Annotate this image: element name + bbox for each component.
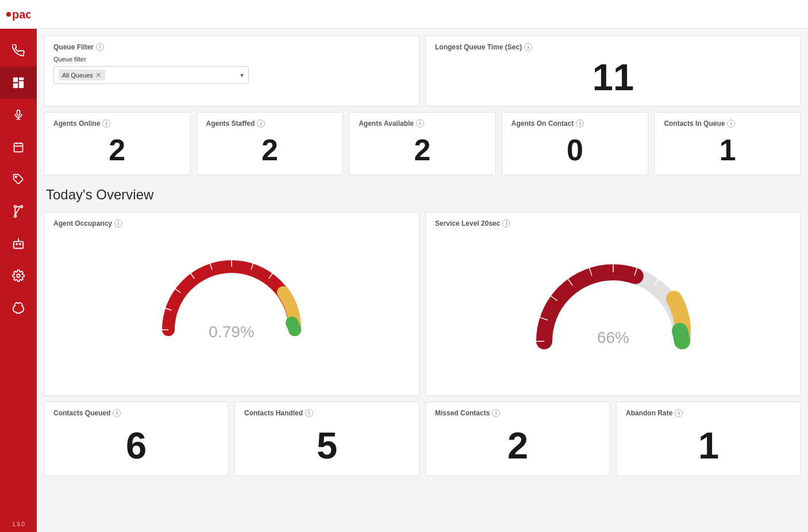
stat-title-2: Missed Contacts i xyxy=(435,409,601,417)
stat-value-3: 1 xyxy=(626,422,791,469)
agent-info-icon-4[interactable]: i xyxy=(727,119,735,128)
longest-queue-card: Longest Queue Time (Sec) i 11 xyxy=(425,36,801,106)
bottom-row: Contacts Queued i 6 Contacts Handled i 5… xyxy=(44,402,801,476)
longest-queue-title-text: Longest Queue Time (Sec) xyxy=(435,43,522,51)
stat-value-0: 6 xyxy=(53,422,219,469)
tags-icon xyxy=(12,174,25,185)
sidebar-item-settings[interactable] xyxy=(0,260,37,292)
svg-point-14 xyxy=(20,244,21,245)
svg-point-8 xyxy=(16,176,17,178)
agent-card-2: Agents Available i 2 xyxy=(349,112,496,175)
phone-icon xyxy=(12,44,25,57)
sidebar-nav xyxy=(0,29,37,521)
queue-tag: All Queues ✕ xyxy=(59,70,105,80)
sidebar-item-workflow[interactable] xyxy=(0,195,37,228)
agent-info-icon-2[interactable]: i xyxy=(416,119,424,128)
svg-rect-3 xyxy=(19,78,24,80)
agent-card-4: Contacts In Queue i 1 xyxy=(654,112,801,175)
agent-value-3: 0 xyxy=(511,132,639,168)
pace-logo-svg: pace xyxy=(6,6,30,22)
stat-info-icon-2[interactable]: i xyxy=(492,409,500,417)
calendar-icon xyxy=(13,141,24,153)
svg-rect-12 xyxy=(14,241,24,248)
sidebar-item-dashboard[interactable] xyxy=(0,67,37,99)
version-label: 1.9.0 xyxy=(12,521,25,532)
longest-queue-title: Longest Queue Time (Sec) i xyxy=(435,43,791,51)
queue-tag-text: All Queues xyxy=(62,72,93,79)
agent-info-icon-0[interactable]: i xyxy=(102,119,110,128)
queue-filter-info-icon[interactable]: i xyxy=(96,43,104,51)
occupancy-gauge-value: 0.79% xyxy=(209,323,254,341)
service-level-info-icon[interactable]: i xyxy=(502,219,510,228)
svg-rect-4 xyxy=(13,83,18,88)
logo: pace xyxy=(0,0,37,29)
logo-icon: pace xyxy=(6,6,30,22)
stat-info-icon-0[interactable]: i xyxy=(113,409,121,417)
sidebar-item-ai[interactable] xyxy=(0,292,37,324)
svg-point-10 xyxy=(21,206,23,208)
sidebar-item-calendar[interactable] xyxy=(0,131,37,163)
bot-icon xyxy=(12,237,25,250)
settings-icon xyxy=(12,269,25,282)
svg-text:pace: pace xyxy=(12,8,30,21)
longest-queue-value: 11 xyxy=(435,56,791,99)
agent-title-1: Agents Staffed i xyxy=(206,119,334,128)
queue-tag-close[interactable]: ✕ xyxy=(95,71,102,79)
service-level-title-text: Service Level 20sec xyxy=(435,219,500,228)
stat-card-1: Contacts Handled i 5 xyxy=(234,402,420,476)
agent-title-4: Contacts In Queue i xyxy=(664,119,791,128)
agent-title-3: Agents On Contact i xyxy=(511,119,639,128)
svg-point-0 xyxy=(6,12,11,17)
overview-title: Today's Overview xyxy=(44,181,801,206)
stat-value-2: 2 xyxy=(435,422,601,469)
queue-filter-label: Queue filter xyxy=(53,56,410,63)
longest-queue-info-icon[interactable]: i xyxy=(524,43,532,51)
service-level-card: Service Level 20sec i xyxy=(425,212,801,396)
stat-title-3: Abandon Rate i xyxy=(626,409,791,417)
sidebar-item-tags[interactable] xyxy=(0,163,37,195)
agent-card-1: Agents Staffed i 2 xyxy=(197,112,344,175)
stat-card-2: Missed Contacts i 2 xyxy=(425,402,610,476)
svg-rect-5 xyxy=(19,81,24,88)
agent-occupancy-gauge: 0.79% xyxy=(151,238,312,353)
stat-title-1: Contacts Handled i xyxy=(244,409,410,417)
sidebar-item-mic[interactable] xyxy=(0,99,37,131)
queue-filter-select[interactable]: All Queues ✕ ▾ xyxy=(53,66,249,84)
svg-rect-2 xyxy=(13,78,18,82)
agent-occupancy-info-icon[interactable]: i xyxy=(114,219,122,228)
svg-rect-6 xyxy=(17,110,20,115)
sidebar: pace xyxy=(0,0,37,532)
content-area: Queue Filter i Queue filter All Queues ✕… xyxy=(37,29,808,532)
agent-value-0: 2 xyxy=(53,132,181,168)
top-row: Queue Filter i Queue filter All Queues ✕… xyxy=(44,36,801,106)
agent-info-icon-1[interactable]: i xyxy=(257,119,265,128)
queue-filter-card: Queue Filter i Queue filter All Queues ✕… xyxy=(44,36,420,106)
agent-value-4: 1 xyxy=(664,132,791,168)
service-level-gauge-value: 66% xyxy=(597,329,629,347)
svg-point-15 xyxy=(17,274,20,277)
svg-point-9 xyxy=(14,206,17,208)
agent-occupancy-title-text: Agent Occupancy xyxy=(53,219,112,228)
gauge-row: Agent Occupancy i xyxy=(44,212,801,396)
agent-title-2: Agents Available i xyxy=(359,119,486,128)
sidebar-item-phone[interactable] xyxy=(0,34,37,67)
ai-icon xyxy=(12,302,25,314)
agent-card-0: Agents Online i 2 xyxy=(44,112,191,175)
queue-filter-title: Queue Filter i xyxy=(53,43,410,51)
service-level-gauge: 66% xyxy=(527,238,699,364)
svg-rect-7 xyxy=(14,143,23,152)
stat-info-icon-1[interactable]: i xyxy=(305,409,313,417)
top-header xyxy=(37,0,808,29)
stat-card-3: Abandon Rate i 1 xyxy=(616,402,801,476)
agent-occupancy-title: Agent Occupancy i xyxy=(53,219,122,228)
sidebar-item-bot[interactable] xyxy=(0,228,37,260)
svg-point-13 xyxy=(16,244,17,245)
stat-value-1: 5 xyxy=(244,422,410,469)
stat-info-icon-3[interactable]: i xyxy=(675,409,683,417)
agent-card-3: Agents On Contact i 0 xyxy=(502,112,649,175)
agents-row: Agents Online i 2 Agents Staffed i 2 Age… xyxy=(44,112,801,175)
agent-value-1: 2 xyxy=(206,132,334,168)
agent-info-icon-3[interactable]: i xyxy=(576,119,584,128)
mic-icon xyxy=(13,109,24,121)
agent-title-0: Agents Online i xyxy=(53,119,181,128)
